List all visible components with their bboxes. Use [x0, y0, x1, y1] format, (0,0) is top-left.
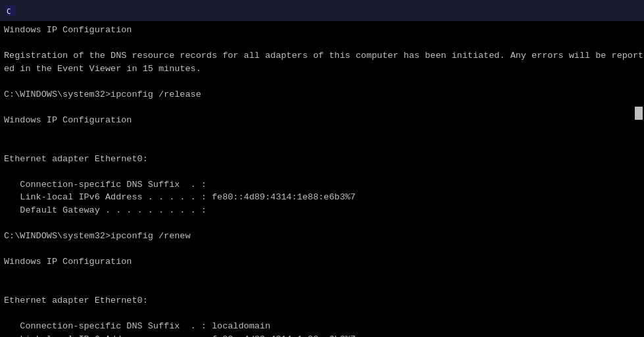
terminal-line: C:\WINDOWS\system32>ipconfig /release: [4, 90, 201, 99]
title-bar-controls[interactable]: [548, 0, 639, 21]
terminal-line: Registration of the DNS resource records…: [4, 51, 643, 61]
terminal-line: Windows IP Configuration: [4, 25, 132, 35]
terminal-line: Connection-specific DNS Suffix . : local…: [4, 321, 270, 331]
terminal-line: Windows IP Configuration: [4, 115, 132, 125]
svg-text:C: C: [7, 7, 11, 16]
terminal-line: ed in the Event Viewer in 15 minutes.: [4, 64, 201, 74]
terminal-line: Ethernet adapter Ethernet0:: [4, 154, 148, 164]
terminal-line: Link-local IPv6 Address . . . . . : fe80…: [4, 334, 356, 338]
title-bar-icon: C: [5, 5, 16, 16]
terminal-line: Link-local IPv6 Address . . . . . : fe80…: [4, 192, 356, 202]
close-button[interactable]: [608, 0, 639, 21]
scrollbar[interactable]: [635, 107, 643, 120]
minimize-button[interactable]: [548, 0, 578, 21]
terminal-line: Ethernet adapter Ethernet0:: [4, 296, 148, 305]
terminal-window[interactable]: Windows IP Configuration Registration of…: [0, 21, 644, 337]
terminal-line: Windows IP Configuration: [4, 257, 132, 267]
title-bar: C: [0, 0, 644, 21]
maximize-button[interactable]: [578, 0, 608, 21]
terminal-line: Connection-specific DNS Suffix . :: [4, 180, 207, 190]
terminal-line: Default Gateway . . . . . . . . . :: [4, 205, 207, 215]
terminal-line: C:\WINDOWS\system32>ipconfig /renew: [4, 231, 191, 241]
